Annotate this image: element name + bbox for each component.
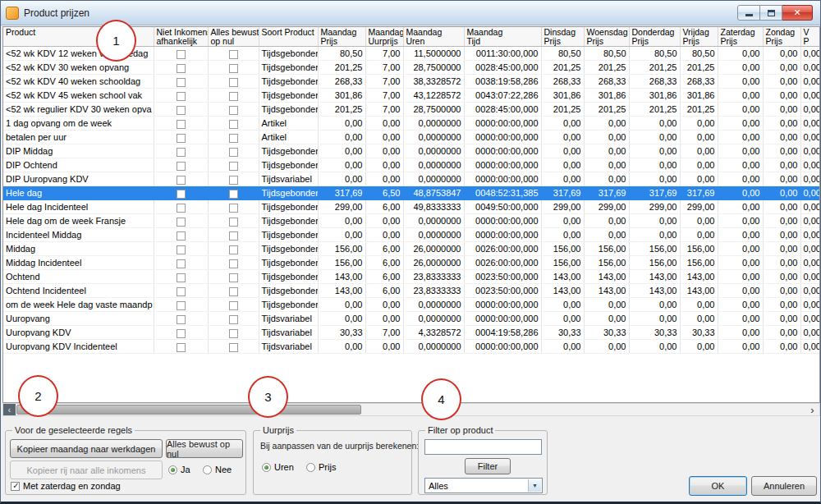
cell-alles-bewust-op-nul[interactable] (208, 117, 259, 131)
cell-dinsdag-prijs[interactable]: 80,50 (541, 47, 584, 61)
cell-donderdag-prijs[interactable]: 0,00 (629, 214, 680, 228)
chevron-down-icon[interactable]: ▼ (528, 479, 541, 492)
cell-extra[interactable]: 0,00 (800, 326, 820, 340)
cell-donderdag-prijs[interactable]: 0,00 (629, 340, 680, 354)
checkbox-icon[interactable] (229, 329, 238, 338)
table-row[interactable]: Hele dagTijdsgebonden317,696,5048,875384… (3, 186, 820, 200)
cell-maandag-prijs[interactable]: 0,00 (318, 214, 365, 228)
cell-woensdag-prijs[interactable]: 301,86 (584, 89, 629, 103)
cell-niet-inkomensafhankelijk[interactable] (154, 89, 208, 103)
cell-product[interactable]: betalen per uur (3, 131, 154, 144)
cell-niet-inkomensafhankelijk[interactable] (154, 186, 208, 200)
cell-vrijdag-prijs[interactable]: 0,00 (680, 117, 718, 131)
checkbox-icon[interactable] (177, 78, 186, 87)
cell-extra[interactable]: 0,00 (800, 242, 820, 256)
cell-vrijdag-prijs[interactable]: 268,33 (680, 75, 718, 89)
cell-donderdag-prijs[interactable]: 156,00 (629, 242, 680, 256)
cell-zaterdag-prijs[interactable]: 0,00 (718, 312, 763, 326)
checkbox-icon[interactable] (177, 245, 186, 254)
cell-dinsdag-prijs[interactable]: 0,00 (541, 228, 584, 242)
cell-niet-inkomensafhankelijk[interactable] (154, 61, 208, 75)
cell-zondag-prijs[interactable]: 0,00 (763, 47, 800, 61)
table-row[interactable]: DIP MiddagTijdsgebonden0,000,000,0000000… (3, 144, 820, 158)
cell-maandag-uren[interactable]: 23,8333333 (403, 284, 464, 298)
cell-dinsdag-prijs[interactable]: 0,00 (541, 298, 584, 312)
cell-maandag-tijd[interactable]: 0000:00:00,000 (464, 228, 541, 242)
cell-maandag-uren[interactable]: 0,0000000 (403, 131, 464, 144)
cell-maandag-prijs[interactable]: 80,50 (318, 47, 365, 61)
cell-product[interactable]: DIP Uuropvang KDV (3, 172, 154, 186)
cell-extra[interactable]: 0,00 (800, 340, 820, 354)
cell-donderdag-prijs[interactable]: 0,00 (629, 117, 680, 131)
cell-maandag-tijd[interactable]: 0000:00:00,000 (464, 131, 541, 144)
cell-donderdag-prijs[interactable]: 0,00 (629, 298, 680, 312)
product-table[interactable]: ProductNiet Inkomens-afhankelijkAlles be… (3, 27, 820, 354)
cell-maandag-prijs[interactable]: 156,00 (318, 242, 365, 256)
table-row[interactable]: Hele dag IncidenteelTijdsgebonden299,006… (3, 200, 820, 214)
cell-alles-bewust-op-nul[interactable] (208, 340, 259, 354)
cell-alles-bewust-op-nul[interactable] (208, 75, 259, 89)
cell-vrijdag-prijs[interactable]: 156,00 (680, 256, 718, 270)
cell-zondag-prijs[interactable]: 0,00 (763, 200, 800, 214)
copy-row-to-all-incomes-button[interactable]: Kopieer rij naar alle inkomens (10, 460, 163, 479)
cell-vrijdag-prijs[interactable]: 0,00 (680, 144, 718, 158)
cell-woensdag-prijs[interactable]: 0,00 (584, 158, 629, 172)
cell-soort-product[interactable]: Tijdsgebonden (259, 200, 318, 214)
checkbox-icon[interactable] (229, 287, 238, 296)
cell-maandag-uren[interactable]: 0,0000000 (403, 298, 464, 312)
cell-niet-inkomensafhankelijk[interactable] (154, 200, 208, 214)
cell-vrijdag-prijs[interactable]: 0,00 (680, 158, 718, 172)
checkbox-icon[interactable] (229, 134, 238, 143)
checkbox-icon[interactable] (177, 273, 186, 282)
cell-dinsdag-prijs[interactable]: 0,00 (541, 144, 584, 158)
cell-extra[interactable]: 0,00 (800, 186, 820, 200)
col-header-maandag-uurprijs[interactable]: MaandagUurprijs (365, 27, 403, 47)
cell-extra[interactable]: 0,00 (800, 103, 820, 117)
table-row[interactable]: 1 dag opvang om de weekArtikel0,000,000,… (3, 117, 820, 131)
cell-product[interactable]: Hele dag om de week Fransje (3, 214, 154, 228)
cell-zaterdag-prijs[interactable]: 0,00 (718, 117, 763, 131)
cell-soort-product[interactable]: Artikel (259, 131, 318, 144)
cell-maandag-tijd[interactable]: 0000:00:00,000 (464, 144, 541, 158)
cell-woensdag-prijs[interactable]: 0,00 (584, 172, 629, 186)
cell-extra[interactable]: 0,00 (800, 256, 820, 270)
cell-zaterdag-prijs[interactable]: 0,00 (718, 103, 763, 117)
cell-soort-product[interactable]: Tijdsvariabel (259, 326, 318, 340)
cell-niet-inkomensafhankelijk[interactable] (154, 228, 208, 242)
checkbox-icon[interactable] (229, 259, 238, 268)
cell-product[interactable]: <52 wk regulier KDV 30 weken opva (3, 103, 154, 117)
cell-woensdag-prijs[interactable]: 156,00 (584, 256, 629, 270)
cell-woensdag-prijs[interactable]: 201,25 (584, 61, 629, 75)
cell-alles-bewust-op-nul[interactable] (208, 242, 259, 256)
cell-vrijdag-prijs[interactable]: 0,00 (680, 172, 718, 186)
table-row[interactable]: DIP Uuropvang KDVTijdsvariabel0,000,000,… (3, 172, 820, 186)
cell-dinsdag-prijs[interactable]: 143,00 (541, 284, 584, 298)
col-header-zaterdag-prijs[interactable]: ZaterdagPrijs (718, 27, 763, 47)
table-row[interactable]: <52 wk regulier KDV 30 weken opvaTijdsge… (3, 103, 820, 117)
cell-dinsdag-prijs[interactable]: 156,00 (541, 242, 584, 256)
cell-zondag-prijs[interactable]: 0,00 (763, 242, 800, 256)
table-row[interactable]: OchtendTijdsgebonden143,006,0023,8333333… (3, 270, 820, 284)
cell-woensdag-prijs[interactable]: 0,00 (584, 298, 629, 312)
table-row[interactable]: Uuropvang KDV IncidenteelTijdsvariabel0,… (3, 340, 820, 354)
cell-maandag-prijs[interactable]: 299,00 (318, 200, 365, 214)
cell-dinsdag-prijs[interactable]: 268,33 (541, 75, 584, 89)
cell-dinsdag-prijs[interactable]: 0,00 (541, 340, 584, 354)
cell-maandag-uren[interactable]: 28,7500000 (403, 103, 464, 117)
cell-maandag-prijs[interactable]: 201,25 (318, 103, 365, 117)
cell-maandag-prijs[interactable]: 0,00 (318, 312, 365, 326)
cell-niet-inkomensafhankelijk[interactable] (154, 103, 208, 117)
cell-maandag-tijd[interactable]: 0004:19:58,286 (464, 326, 541, 340)
cell-dinsdag-prijs[interactable]: 0,00 (541, 158, 584, 172)
cell-dinsdag-prijs[interactable]: 0,00 (541, 312, 584, 326)
checkbox-icon[interactable] (177, 64, 186, 73)
cell-maandag-uren[interactable]: 48,8753847 (403, 186, 464, 200)
cell-soort-product[interactable]: Tijdsgebonden (259, 103, 318, 117)
checkbox-icon[interactable] (229, 106, 238, 115)
cell-maandag-tijd[interactable]: 0049:50:00,000 (464, 200, 541, 214)
checkbox-icon[interactable] (177, 92, 186, 101)
cell-donderdag-prijs[interactable]: 0,00 (629, 172, 680, 186)
cell-niet-inkomensafhankelijk[interactable] (154, 270, 208, 284)
cell-product[interactable]: <52 wk KDV 30 weken opvang (3, 61, 154, 75)
cell-niet-inkomensafhankelijk[interactable] (154, 158, 208, 172)
